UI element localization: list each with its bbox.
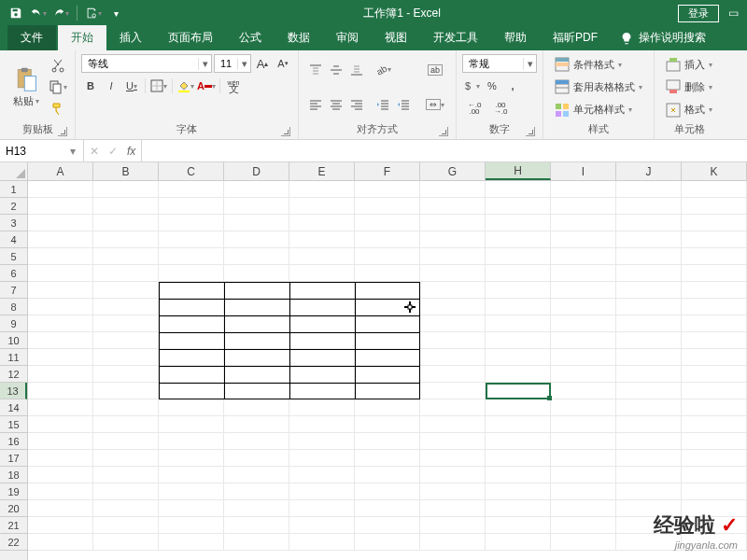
- cell[interactable]: [28, 215, 93, 231]
- cell[interactable]: [289, 517, 355, 534]
- tab-developer[interactable]: 开发工具: [420, 25, 491, 50]
- accounting-format-icon[interactable]: $▾: [462, 77, 481, 95]
- qat-customize-icon[interactable]: ▾: [106, 3, 126, 23]
- cell[interactable]: [682, 299, 747, 315]
- cell[interactable]: [159, 399, 224, 416]
- cell[interactable]: [224, 215, 289, 231]
- format-cells-button[interactable]: 格式▾: [662, 101, 716, 119]
- number-format-dropdown[interactable]: 常规▾: [462, 54, 537, 73]
- cell[interactable]: [420, 467, 486, 483]
- format-painter-button[interactable]: [49, 100, 67, 119]
- cell[interactable]: [28, 399, 93, 416]
- cell[interactable]: [551, 215, 616, 231]
- cell[interactable]: [551, 181, 616, 198]
- cell[interactable]: [159, 467, 224, 483]
- tell-me[interactable]: 操作说明搜索: [611, 25, 715, 50]
- row-header[interactable]: 18: [0, 467, 27, 483]
- cell[interactable]: [682, 265, 747, 282]
- cell[interactable]: [616, 483, 682, 500]
- cell[interactable]: [682, 181, 747, 198]
- column-header[interactable]: D: [224, 162, 289, 180]
- cell[interactable]: [355, 517, 420, 534]
- align-middle-icon[interactable]: [327, 61, 345, 79]
- cell[interactable]: [616, 282, 682, 299]
- cell[interactable]: [486, 399, 551, 416]
- cell[interactable]: [486, 517, 551, 534]
- cell[interactable]: [28, 181, 93, 198]
- cell[interactable]: [551, 483, 616, 500]
- cell[interactable]: [682, 467, 747, 483]
- cell[interactable]: [289, 248, 355, 265]
- align-launcher-icon[interactable]: [439, 127, 448, 136]
- cell[interactable]: [551, 399, 616, 416]
- cell[interactable]: [355, 265, 420, 282]
- cell[interactable]: [486, 315, 551, 332]
- increase-font-icon[interactable]: A▴: [253, 54, 272, 73]
- cell[interactable]: [28, 467, 93, 483]
- cell[interactable]: [355, 215, 420, 231]
- select-all-corner[interactable]: [0, 162, 28, 181]
- cell[interactable]: [224, 265, 289, 282]
- cell[interactable]: [551, 450, 616, 467]
- cell[interactable]: [93, 399, 159, 416]
- cell[interactable]: [551, 366, 616, 383]
- column-header[interactable]: I: [551, 162, 616, 180]
- save-icon[interactable]: [6, 3, 26, 23]
- cell[interactable]: [616, 383, 682, 399]
- cell[interactable]: [224, 467, 289, 483]
- cell[interactable]: [420, 383, 486, 399]
- delete-cells-button[interactable]: 删除▾: [662, 77, 716, 96]
- cell[interactable]: [355, 181, 420, 198]
- cell[interactable]: [420, 483, 486, 500]
- cell[interactable]: [224, 181, 289, 198]
- cell[interactable]: [159, 332, 224, 349]
- row-header[interactable]: 16: [0, 433, 27, 450]
- cell[interactable]: [616, 349, 682, 366]
- cell[interactable]: [93, 433, 159, 450]
- cell[interactable]: [224, 315, 289, 332]
- name-box-input[interactable]: [0, 145, 65, 158]
- cell[interactable]: [486, 366, 551, 383]
- cell[interactable]: [616, 332, 682, 349]
- cell[interactable]: [551, 500, 616, 517]
- cell[interactable]: [682, 399, 747, 416]
- cell[interactable]: [682, 383, 747, 399]
- cell[interactable]: [355, 450, 420, 467]
- cell[interactable]: [289, 383, 355, 399]
- cell[interactable]: [28, 366, 93, 383]
- font-launcher-icon[interactable]: [281, 127, 290, 136]
- row-header[interactable]: 5: [0, 248, 27, 265]
- column-header[interactable]: B: [93, 162, 159, 180]
- cell[interactable]: [28, 416, 93, 433]
- row-headers[interactable]: 12345678910111213141516171819202122: [0, 181, 28, 560]
- decrease-decimal-icon[interactable]: .00→.0: [488, 99, 513, 118]
- tab-review[interactable]: 审阅: [323, 25, 372, 50]
- cell[interactable]: [420, 315, 486, 332]
- cell[interactable]: [289, 450, 355, 467]
- cell[interactable]: [355, 366, 420, 383]
- tab-view[interactable]: 视图: [372, 25, 420, 50]
- font-name-dropdown[interactable]: 等线▾: [81, 54, 212, 73]
- cell[interactable]: [159, 433, 224, 450]
- cell[interactable]: [93, 366, 159, 383]
- cell[interactable]: [551, 349, 616, 366]
- underline-button[interactable]: U▾: [122, 77, 141, 95]
- conditional-format-button[interactable]: 条件格式▾: [551, 55, 646, 74]
- column-header[interactable]: F: [355, 162, 420, 180]
- print-preview-icon[interactable]: ▾: [83, 3, 104, 23]
- cell[interactable]: [551, 265, 616, 282]
- cell[interactable]: [486, 467, 551, 483]
- cell[interactable]: [224, 416, 289, 433]
- fill-color-button[interactable]: ▾: [176, 77, 195, 95]
- row-header[interactable]: 22: [0, 534, 27, 551]
- cell[interactable]: [224, 248, 289, 265]
- cell[interactable]: [289, 416, 355, 433]
- cell[interactable]: [682, 433, 747, 450]
- font-color-button[interactable]: A▾: [197, 77, 216, 95]
- cell[interactable]: [93, 517, 159, 534]
- cell[interactable]: [93, 315, 159, 332]
- cell[interactable]: [420, 332, 486, 349]
- phonetic-button[interactable]: wén文: [224, 77, 243, 95]
- cell[interactable]: [355, 231, 420, 248]
- cell[interactable]: [551, 467, 616, 483]
